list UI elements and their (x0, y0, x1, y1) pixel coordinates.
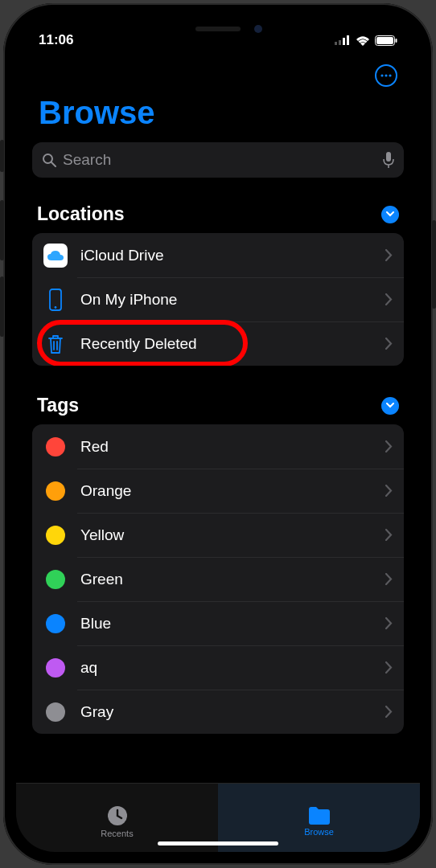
svg-rect-0 (335, 42, 337, 45)
row-label: Red (80, 438, 372, 456)
chevron-right-icon (385, 440, 393, 452)
home-indicator[interactable] (158, 841, 278, 845)
tag-aq[interactable]: aq (32, 645, 404, 690)
svg-rect-1 (339, 40, 341, 45)
location-recently-deleted[interactable]: Recently Deleted (32, 321, 404, 366)
status-icons (335, 35, 397, 46)
notch (134, 16, 302, 42)
tags-list: Red Orange Yellow Green (32, 424, 404, 734)
folder-icon (307, 806, 331, 825)
iphone-icon (43, 288, 68, 312)
svg-point-8 (385, 74, 387, 76)
tags-title: Tags (37, 395, 79, 416)
chevron-right-icon (385, 617, 393, 629)
side-button (432, 220, 436, 309)
tag-color-dot (43, 435, 68, 459)
chevron-right-icon (385, 573, 393, 585)
svg-rect-6 (396, 39, 397, 43)
tag-orange[interactable]: Orange (32, 469, 404, 513)
wifi-icon (356, 35, 370, 46)
location-on-my-iphone[interactable]: On My iPhone (32, 277, 404, 321)
svg-rect-5 (376, 37, 393, 44)
chevron-right-icon (385, 529, 393, 541)
tag-color-dot (43, 523, 68, 547)
tag-color-dot (43, 700, 68, 724)
chevron-right-icon (385, 485, 393, 497)
tab-label: Browse (304, 827, 334, 837)
cellular-icon (335, 35, 351, 45)
row-label: aq (80, 659, 372, 677)
chevron-down-icon (381, 397, 399, 415)
tab-label: Recents (101, 829, 133, 838)
row-label: On My iPhone (80, 291, 372, 309)
locations-title: Locations (37, 203, 125, 225)
chevron-right-icon (385, 293, 393, 305)
svg-rect-2 (343, 38, 345, 45)
svg-point-15 (55, 306, 57, 309)
tag-color-dot (43, 656, 68, 680)
page-title: Browse (16, 93, 420, 142)
row-label: Yellow (80, 526, 372, 544)
screen: 11:06 Browse Search Locations (16, 16, 420, 852)
search-placeholder: Search (63, 151, 376, 169)
battery-icon (375, 35, 397, 46)
tag-green[interactable]: Green (32, 557, 404, 601)
locations-header[interactable]: Locations (32, 197, 404, 233)
svg-line-11 (51, 162, 56, 166)
svg-rect-12 (386, 152, 391, 162)
chevron-right-icon (385, 706, 393, 718)
trash-icon (43, 332, 68, 356)
row-label: Recently Deleted (80, 335, 372, 353)
microphone-icon[interactable] (383, 152, 394, 168)
svg-point-7 (380, 74, 383, 76)
svg-point-9 (389, 74, 391, 76)
tags-header[interactable]: Tags (32, 388, 404, 424)
location-icloud-drive[interactable]: iCloud Drive (32, 233, 404, 277)
search-icon (42, 153, 56, 167)
tag-color-dot (43, 612, 68, 636)
tag-color-dot (43, 479, 68, 503)
status-time: 11:06 (39, 32, 73, 48)
more-button[interactable] (375, 64, 397, 87)
phone-frame: 11:06 Browse Search Locations (3, 3, 433, 865)
clock-icon (106, 805, 129, 827)
chevron-right-icon (385, 338, 393, 350)
side-button (0, 200, 4, 260)
icloud-icon (43, 244, 68, 268)
chevron-right-icon (385, 249, 393, 261)
row-label: Green (80, 571, 372, 588)
chevron-right-icon (385, 661, 393, 674)
tag-red[interactable]: Red (32, 424, 404, 469)
svg-rect-3 (347, 35, 349, 45)
side-button (0, 276, 4, 337)
row-label: Orange (80, 482, 372, 500)
tag-color-dot (43, 567, 68, 592)
row-label: Blue (80, 615, 372, 633)
side-button (0, 140, 4, 172)
row-label: Gray (80, 703, 372, 721)
tag-blue[interactable]: Blue (32, 601, 404, 645)
tag-yellow[interactable]: Yellow (32, 513, 404, 557)
search-input[interactable]: Search (32, 142, 404, 178)
locations-list: iCloud Drive On My iPhone Recently Delet… (32, 233, 404, 366)
ellipsis-icon (380, 74, 392, 77)
row-label: iCloud Drive (80, 247, 372, 264)
chevron-down-icon (381, 206, 399, 223)
tag-gray[interactable]: Gray (32, 690, 404, 734)
